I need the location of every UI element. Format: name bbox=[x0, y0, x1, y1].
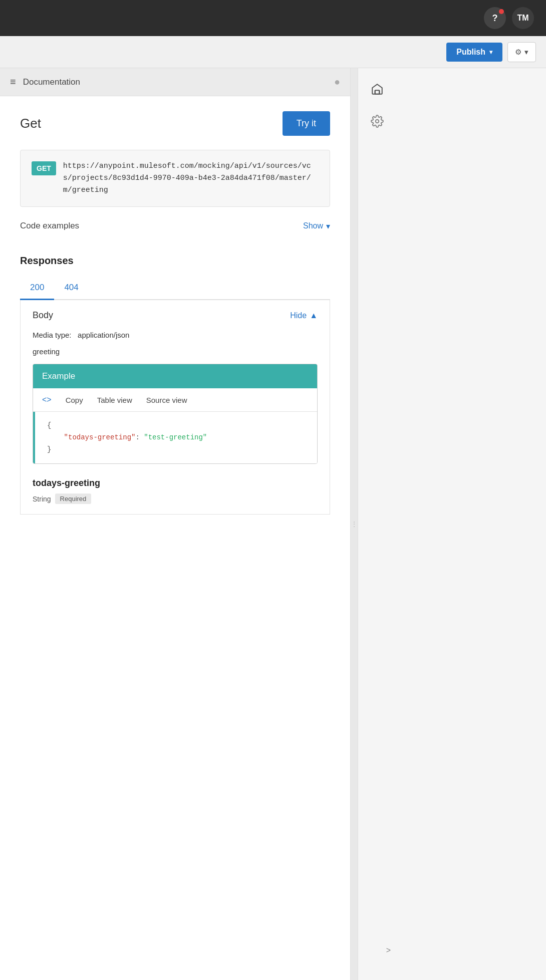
avatar-label: TM bbox=[517, 14, 528, 23]
show-button[interactable]: Show ▾ bbox=[303, 221, 330, 231]
show-chevron-icon: ▾ bbox=[326, 221, 330, 231]
hide-label: Hide bbox=[290, 311, 307, 320]
shield-icon: ● bbox=[334, 76, 340, 88]
url-block: GET https://anypoint.mulesoft.com/mockin… bbox=[20, 150, 330, 207]
hide-button[interactable]: Hide ▲ bbox=[290, 311, 318, 320]
settings-chevron-icon: ▾ bbox=[524, 48, 528, 57]
left-panel: ≡ Documentation ● Get Try it GET https:/… bbox=[0, 68, 351, 980]
content-area: Get Try it GET https://anypoint.mulesoft… bbox=[0, 96, 350, 980]
gear-icon: ⚙ bbox=[515, 48, 521, 57]
svg-rect-0 bbox=[375, 90, 379, 94]
try-it-button[interactable]: Try it bbox=[283, 111, 330, 136]
field-tags: String Required bbox=[33, 494, 318, 504]
code-value: "test-greeting" bbox=[144, 433, 207, 441]
tab-200[interactable]: 200 bbox=[20, 277, 54, 300]
field-required-badge: Required bbox=[55, 494, 92, 504]
source-view-button[interactable]: Source view bbox=[146, 396, 187, 404]
get-header: Get Try it bbox=[20, 111, 330, 136]
url-text: https://anypoint.mulesoft.com/mocking/ap… bbox=[63, 160, 319, 196]
sidebar-title: Documentation bbox=[23, 77, 80, 87]
tab-404[interactable]: 404 bbox=[54, 277, 88, 300]
show-label: Show bbox=[303, 221, 323, 230]
code-examples-row: Code examples Show ▾ bbox=[20, 221, 330, 239]
publish-button[interactable]: Publish ▾ bbox=[446, 43, 502, 62]
notification-dot bbox=[499, 9, 504, 14]
responses-title: Responses bbox=[20, 255, 330, 267]
example-toolbar: <> Copy Table view Source view bbox=[33, 388, 317, 412]
settings-button[interactable]: ⚙ ▾ bbox=[507, 42, 536, 62]
example-code: { "todays-greeting": "test-greeting" } bbox=[33, 412, 317, 463]
code-examples-label: Code examples bbox=[20, 221, 79, 231]
copy-button[interactable]: Copy bbox=[66, 396, 83, 404]
body-label: Body bbox=[33, 310, 53, 321]
hide-chevron-icon: ▲ bbox=[310, 311, 318, 320]
publish-label: Publish bbox=[456, 48, 485, 57]
example-header: Example bbox=[33, 364, 317, 388]
code-open-brace: { bbox=[47, 421, 51, 429]
sidebar-header-left: ≡ Documentation bbox=[10, 76, 80, 88]
media-type-label: Media type: bbox=[33, 331, 72, 339]
table-view-button[interactable]: Table view bbox=[97, 396, 132, 404]
help-button[interactable]: ? bbox=[484, 7, 506, 29]
example-block: Example <> Copy Table view Source view {… bbox=[33, 364, 318, 464]
code-key: "todays-greeting" bbox=[64, 433, 136, 441]
svg-point-3 bbox=[375, 120, 379, 123]
body-header: Body Hide ▲ bbox=[33, 310, 318, 321]
code-icon[interactable]: <> bbox=[42, 395, 52, 404]
sidebar-home-icon[interactable] bbox=[366, 78, 388, 100]
media-type-value: application/json bbox=[78, 331, 129, 339]
help-icon: ? bbox=[492, 13, 498, 24]
top-nav: ? TM bbox=[0, 0, 546, 36]
code-close-brace: } bbox=[47, 445, 51, 453]
avatar-button[interactable]: TM bbox=[512, 7, 534, 29]
publish-chevron-icon: ▾ bbox=[489, 49, 492, 56]
sidebar-expand-button[interactable]: > bbox=[386, 946, 391, 955]
media-type-row: Media type: application/json bbox=[33, 331, 318, 339]
sidebar-settings-icon[interactable] bbox=[366, 110, 388, 132]
sidebar-header: ≡ Documentation ● bbox=[0, 68, 350, 96]
toolbar-row: Publish ▾ ⚙ ▾ bbox=[0, 36, 546, 68]
right-sidebar: > bbox=[358, 68, 396, 980]
greeting-label: greeting bbox=[33, 347, 318, 356]
get-badge: GET bbox=[32, 161, 56, 175]
panel-resize-handle[interactable]: ⋮ bbox=[351, 68, 358, 980]
field-type-label: String bbox=[33, 495, 51, 503]
main-layout: ≡ Documentation ● Get Try it GET https:/… bbox=[0, 68, 546, 980]
field-name: todays-greeting bbox=[33, 478, 318, 488]
hamburger-icon[interactable]: ≡ bbox=[10, 76, 16, 88]
response-tabs: 200 404 bbox=[20, 277, 330, 300]
get-title: Get bbox=[20, 116, 41, 131]
body-section: Body Hide ▲ Media type: application/json… bbox=[20, 300, 330, 515]
